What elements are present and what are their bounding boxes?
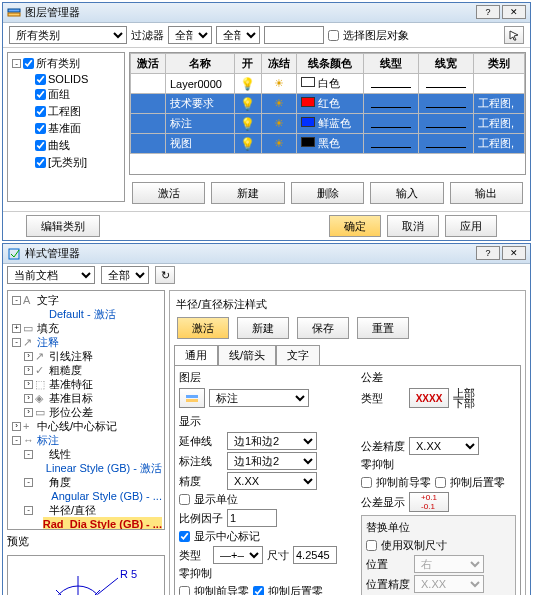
table-row[interactable]: 标注💡☀ 鲜蓝色工程图, (131, 114, 525, 134)
tol-suppress-leading-label: 抑制前导零 (376, 475, 431, 490)
column-header[interactable]: 激活 (131, 54, 166, 74)
column-header[interactable]: 线条颜色 (296, 54, 363, 74)
style-tree-node[interactable]: -线性 (10, 447, 162, 461)
layer-table-wrap: 激活名称开冻结线条颜色线型线宽类别 Layer0000💡☀ 白色技术要求💡☀ 红… (129, 52, 526, 175)
tab-text[interactable]: 文字 (276, 345, 320, 365)
category-select[interactable]: 所有类别 (9, 26, 127, 44)
help-button[interactable]: ? (476, 246, 500, 260)
close-button[interactable]: ✕ (502, 246, 526, 260)
tol-suppress-leading-checkbox[interactable] (361, 477, 372, 488)
style-tree-node[interactable]: -角度 (10, 475, 162, 489)
svg-rect-1 (8, 13, 20, 16)
tree-node[interactable]: 基准面 (10, 120, 122, 137)
重置-button[interactable]: 重置 (357, 317, 409, 339)
edit-category-button[interactable]: 编辑类别 (26, 215, 100, 237)
style-tree-node[interactable]: -A文字 (10, 293, 162, 307)
style-tree-node[interactable]: Rad_Dia Style (GB) - ... (10, 517, 162, 530)
center-type-select[interactable]: —+— (213, 546, 263, 564)
layer-icon[interactable] (179, 388, 205, 408)
tolerance-group-label: 公差 (361, 370, 516, 385)
category-tree[interactable]: -所有类别SOLIDS面组工程图基准面曲线[无类别] (7, 52, 125, 202)
alt-pos-prec-select: X.XX (414, 575, 484, 593)
tol-display-icon[interactable]: +0.1-0.1 (409, 492, 449, 512)
tol-suppress-trailing-checkbox[interactable] (435, 477, 446, 488)
filter-select-2[interactable]: 全部 (216, 26, 260, 44)
scope-filter-select[interactable]: 全部 (101, 266, 149, 284)
apply-button[interactable]: 应用 (445, 215, 497, 237)
style-tree-node[interactable]: Angular Style (GB) - ... (10, 489, 162, 503)
svg-line-8 (98, 578, 118, 594)
style-tree-node[interactable]: ›▭形位公差 (10, 405, 162, 419)
ext-line-label: 延伸线 (179, 434, 223, 449)
filter-select-1[interactable]: 全部 (168, 26, 212, 44)
column-header[interactable]: 线宽 (418, 54, 473, 74)
style-tree-node[interactable]: +▭填充 (10, 321, 162, 335)
style-tree-node[interactable]: ›↗引线注释 (10, 349, 162, 363)
新建-button[interactable]: 新建 (237, 317, 289, 339)
use-dual-checkbox[interactable] (366, 540, 377, 551)
style-tree-node[interactable]: -↔标注 (10, 433, 162, 447)
tree-node[interactable]: 工程图 (10, 103, 122, 120)
输入-button[interactable]: 输入 (370, 182, 443, 204)
style-tree-node[interactable]: Default - 激活 (10, 307, 162, 321)
table-row[interactable]: 技术要求💡☀ 红色工程图, (131, 94, 525, 114)
style-tree-node[interactable]: -↗注释 (10, 335, 162, 349)
table-row[interactable]: Layer0000💡☀ 白色 (131, 74, 525, 94)
filter-input[interactable] (264, 26, 324, 44)
column-header[interactable]: 类别 (474, 54, 525, 74)
style-tree-node[interactable]: ›+中心线/中心标记 (10, 419, 162, 433)
pick-object-button[interactable] (504, 26, 524, 44)
titlebar: 图层管理器 ? ✕ (3, 3, 530, 23)
table-row[interactable]: 视图💡☀ 黑色工程图, (131, 134, 525, 154)
tol-type-display[interactable]: XXXX (409, 388, 449, 408)
style-tree[interactable]: -A文字Default - 激活+▭填充-↗注释›↗引线注释›✓粗糙度›⬚基准特… (7, 290, 165, 530)
column-header[interactable]: 线型 (363, 54, 418, 74)
tree-node[interactable]: [无类别] (10, 154, 122, 171)
scope-select[interactable]: 当前文档 (7, 266, 95, 284)
ok-button[interactable]: 确定 (329, 215, 381, 237)
alt-unit-group-label: 替换单位 (366, 520, 511, 535)
scale-input[interactable] (227, 509, 277, 527)
新建-button[interactable]: 新建 (211, 182, 284, 204)
section-title: 半径/直径标注样式 (174, 295, 521, 314)
precision-label: 精度 (179, 474, 223, 489)
style-tree-node[interactable]: ›◈基准目标 (10, 391, 162, 405)
select-layer-object-label: 选择图层对象 (343, 28, 409, 43)
svg-rect-10 (186, 395, 198, 398)
tol-precision-select[interactable]: X.XX (409, 437, 479, 455)
ext-line-select[interactable]: 边1和边2 (227, 432, 317, 450)
select-layer-object-checkbox[interactable] (328, 30, 339, 41)
precision-select[interactable]: X.XX (227, 472, 317, 490)
style-tree-node[interactable]: ›⬚基准特征 (10, 377, 162, 391)
column-header[interactable]: 名称 (165, 54, 234, 74)
refresh-icon[interactable]: ↻ (155, 266, 175, 284)
layer-select[interactable]: 标注 (209, 389, 309, 407)
tree-node[interactable]: 曲线 (10, 137, 122, 154)
tab-line-arrow[interactable]: 线/箭头 (218, 345, 276, 365)
close-button[interactable]: ✕ (502, 5, 526, 19)
window-title: 样式管理器 (25, 246, 80, 261)
size-input[interactable] (293, 546, 337, 564)
show-center-checkbox[interactable] (179, 531, 190, 542)
suppress-leading-checkbox[interactable] (179, 586, 190, 595)
tree-node[interactable]: 面组 (10, 86, 122, 103)
suppress-trailing-checkbox[interactable] (253, 586, 264, 595)
tab-general[interactable]: 通用 (174, 345, 218, 365)
tree-node[interactable]: -所有类别 (10, 55, 122, 72)
dim-line-select[interactable]: 边1和边2 (227, 452, 317, 470)
style-tree-node[interactable]: -半径/直径 (10, 503, 162, 517)
style-tree-node[interactable]: ›✓粗糙度 (10, 363, 162, 377)
激活-button[interactable]: 激活 (132, 182, 205, 204)
输出-button[interactable]: 输出 (450, 182, 523, 204)
help-button[interactable]: ? (476, 5, 500, 19)
cancel-button[interactable]: 取消 (387, 215, 439, 237)
show-unit-checkbox[interactable] (179, 494, 190, 505)
alt-pos-prec-label: 位置精度 (366, 577, 410, 592)
column-header[interactable]: 冻结 (261, 54, 296, 74)
tree-node[interactable]: SOLIDS (10, 72, 122, 86)
删除-button[interactable]: 删除 (291, 182, 364, 204)
column-header[interactable]: 开 (234, 54, 261, 74)
style-tree-node[interactable]: Linear Style (GB) - 激活 (10, 461, 162, 475)
激活-button[interactable]: 激活 (177, 317, 229, 339)
保存-button[interactable]: 保存 (297, 317, 349, 339)
